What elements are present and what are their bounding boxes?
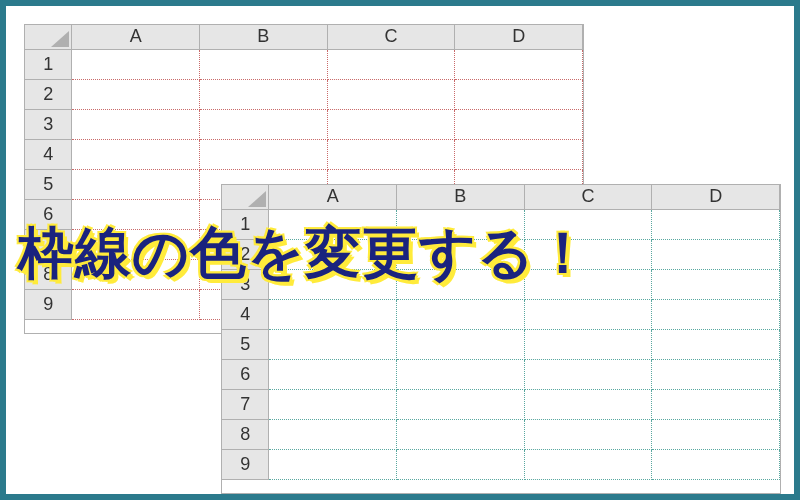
- row-header[interactable]: 6: [222, 359, 269, 389]
- cell[interactable]: [269, 419, 397, 449]
- cell[interactable]: [327, 49, 455, 79]
- cell[interactable]: [652, 389, 780, 419]
- cell[interactable]: [652, 419, 780, 449]
- col-header-b[interactable]: B: [199, 25, 327, 49]
- row-header[interactable]: 4: [25, 139, 72, 169]
- cell[interactable]: [269, 329, 397, 359]
- cell[interactable]: [72, 49, 200, 79]
- cell[interactable]: [72, 79, 200, 109]
- cell[interactable]: [327, 139, 455, 169]
- cell[interactable]: [199, 79, 327, 109]
- row-header[interactable]: 5: [222, 329, 269, 359]
- row-header[interactable]: 1: [25, 49, 72, 79]
- row-header[interactable]: 2: [25, 79, 72, 109]
- cell[interactable]: [269, 299, 397, 329]
- cell[interactable]: [652, 329, 780, 359]
- cell[interactable]: [396, 329, 524, 359]
- cell[interactable]: [396, 449, 524, 479]
- select-all-corner[interactable]: [222, 185, 269, 209]
- cell[interactable]: [396, 419, 524, 449]
- col-header-a[interactable]: A: [269, 185, 397, 209]
- cell[interactable]: [72, 139, 200, 169]
- cell[interactable]: [72, 109, 200, 139]
- cell[interactable]: [72, 289, 200, 319]
- col-header-c[interactable]: C: [327, 25, 455, 49]
- cell[interactable]: [652, 359, 780, 389]
- cell[interactable]: [524, 389, 652, 419]
- cell[interactable]: [396, 389, 524, 419]
- col-header-b[interactable]: B: [396, 185, 524, 209]
- cell[interactable]: [524, 329, 652, 359]
- row-header[interactable]: 5: [25, 169, 72, 199]
- col-header-d[interactable]: D: [652, 185, 780, 209]
- col-header-c[interactable]: C: [524, 185, 652, 209]
- cell[interactable]: [269, 359, 397, 389]
- cell[interactable]: [199, 49, 327, 79]
- cell[interactable]: [72, 169, 200, 199]
- cell[interactable]: [269, 389, 397, 419]
- cell[interactable]: [455, 79, 583, 109]
- cell[interactable]: [524, 419, 652, 449]
- cell[interactable]: [524, 449, 652, 479]
- cell[interactable]: [199, 139, 327, 169]
- cell[interactable]: [455, 109, 583, 139]
- cell[interactable]: [199, 109, 327, 139]
- cell[interactable]: [455, 49, 583, 79]
- cell[interactable]: [269, 449, 397, 479]
- col-header-d[interactable]: D: [455, 25, 583, 49]
- cell[interactable]: [455, 139, 583, 169]
- headline-text: 枠線の色を変更する！: [18, 216, 794, 292]
- row-header[interactable]: 3: [25, 109, 72, 139]
- cell[interactable]: [327, 109, 455, 139]
- cell[interactable]: [396, 299, 524, 329]
- row-header[interactable]: 4: [222, 299, 269, 329]
- select-all-corner[interactable]: [25, 25, 72, 49]
- cell[interactable]: [652, 449, 780, 479]
- col-header-a[interactable]: A: [72, 25, 200, 49]
- row-header[interactable]: 7: [222, 389, 269, 419]
- row-header[interactable]: 9: [25, 289, 72, 319]
- row-header[interactable]: 9: [222, 449, 269, 479]
- cell[interactable]: [524, 299, 652, 329]
- row-header[interactable]: 8: [222, 419, 269, 449]
- cell[interactable]: [652, 299, 780, 329]
- cell[interactable]: [524, 359, 652, 389]
- cell[interactable]: [396, 359, 524, 389]
- cell[interactable]: [327, 79, 455, 109]
